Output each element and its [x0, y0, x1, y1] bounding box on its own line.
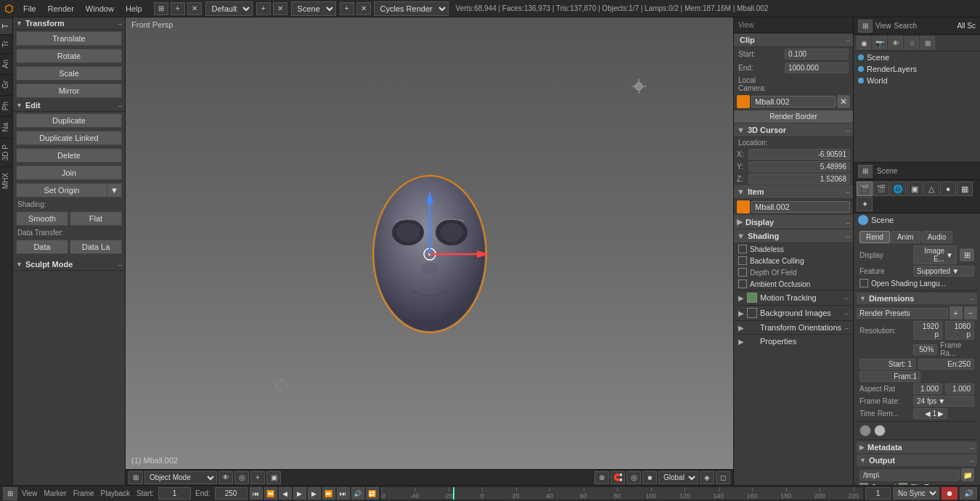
frame-current-value[interactable]: Fram:1 [859, 371, 920, 382]
outliner-scene-item[interactable]: Scene [854, 52, 980, 63]
xray-icon[interactable]: ◻ [716, 471, 730, 484]
vtab-gr[interactable]: Gr [0, 74, 12, 94]
overlay-icon[interactable]: ◈ [700, 471, 714, 484]
item-name-field[interactable]: Mball.002 [751, 201, 850, 213]
bs-frame-label[interactable]: Frame [71, 489, 97, 497]
shadeless-checkbox[interactable] [738, 245, 747, 253]
props-tab-mesh[interactable]: △ [923, 182, 939, 196]
screen-icon[interactable]: ⊞ [154, 2, 168, 15]
props-tab-world[interactable]: 🌐 [890, 182, 906, 196]
cursor-z-value[interactable]: 1.52068 [748, 174, 850, 184]
properties-type-icon[interactable]: ⊞ [858, 165, 873, 178]
translate-button[interactable]: Translate [16, 31, 122, 46]
scene-selector[interactable]: Scene [291, 1, 336, 16]
layout-add[interactable]: + [256, 2, 271, 15]
outliner-search-label[interactable]: Search [894, 22, 918, 30]
viewport[interactable]: Front Persp [126, 17, 733, 485]
sync-mode-select[interactable]: No Sync [893, 487, 939, 500]
sculpt-mode-header[interactable]: ▼ Sculpt Mode – [13, 258, 125, 271]
depth-of-field-checkbox[interactable] [738, 268, 747, 277]
render-presets-add[interactable]: + [950, 306, 963, 319]
render-tab-anim[interactable]: Anim [891, 231, 920, 243]
menu-render[interactable]: Render [42, 0, 80, 17]
play-button[interactable]: ▶ [293, 487, 306, 500]
vtab-tr[interactable]: Tr [0, 34, 12, 53]
frame-rate-value[interactable]: 24 fps ▼ [913, 396, 974, 407]
frame-start-value[interactable]: Start: 1 [859, 359, 915, 370]
viewport-add-icon[interactable]: + [250, 471, 265, 484]
set-origin-dropdown[interactable]: ▼ [107, 183, 122, 197]
layout-remove[interactable]: ✕ [273, 2, 287, 15]
vtab-t[interactable]: T [0, 17, 12, 34]
props-tab-object[interactable]: ▣ [907, 182, 923, 196]
display-value[interactable]: Image E... ▼ [913, 245, 957, 264]
outliner-world-item[interactable]: World [854, 75, 980, 86]
resolution-x-value[interactable]: 1920 p [913, 321, 942, 340]
outliner-type-icon[interactable]: ⊞ [858, 20, 873, 33]
next-keyframe-button[interactable]: ⏩ [322, 487, 335, 500]
props-tab-particles[interactable]: ✦ [857, 197, 873, 211]
outliner-renderlayers-item[interactable]: RenderLayers [854, 63, 980, 75]
next-frame-button[interactable]: ▶ [308, 487, 321, 500]
menu-help[interactable]: Help [120, 0, 148, 17]
data-la-button[interactable]: Data La [70, 240, 122, 254]
scale-button[interactable]: Scale [16, 66, 122, 81]
vtab-ph[interactable]: Ph [0, 95, 12, 116]
viewport-mode-select[interactable]: Object Mode [144, 471, 217, 484]
vtab-3dp[interactable]: 3D P [0, 138, 12, 166]
clip-start-value[interactable]: 0.100 [785, 49, 849, 60]
render-color-dark[interactable] [859, 425, 871, 436]
duplicate-linked-button[interactable]: Duplicate Linked [16, 131, 122, 145]
props-tab-scene[interactable]: 🎬 [873, 182, 889, 196]
motion-tracking-checkbox[interactable] [747, 293, 757, 303]
background-images-row[interactable]: ▶ Background Images – [734, 305, 853, 320]
cursor-x-value[interactable]: -6.90591 [748, 149, 850, 160]
loop-button[interactable]: 🔁 [366, 487, 379, 500]
timeline-strip[interactable]: -60 -40 -20 0 20 40 60 80 100 120 140 16… [381, 487, 863, 500]
screen-add[interactable]: + [171, 2, 185, 15]
output-path-field[interactable]: /tmp\ [859, 470, 960, 481]
prev-frame-button[interactable]: ◀ [279, 487, 292, 500]
viewport-shading-icon[interactable]: ■ [642, 471, 657, 484]
metadata-section-header[interactable]: ▶ Metadata – [857, 441, 977, 453]
rotate-button[interactable]: Rotate [16, 49, 122, 63]
props-tab-material[interactable]: ● [940, 182, 956, 196]
menu-file[interactable]: File [17, 0, 42, 17]
render-presets-remove[interactable]: − [964, 306, 977, 319]
vtab-mh[interactable]: MHX [0, 166, 12, 195]
screen-remove[interactable]: ✕ [187, 2, 202, 15]
proportional-icon[interactable]: ◎ [626, 471, 641, 484]
background-images-checkbox[interactable] [747, 308, 757, 318]
menu-window[interactable]: Window [80, 0, 120, 17]
frame-end-value[interactable]: En:250 [918, 359, 974, 370]
clip-section-header[interactable]: Clip – [734, 33, 853, 47]
aspect-y-value[interactable]: 1.000 [945, 383, 974, 394]
open-shading-checkbox[interactable] [859, 279, 868, 288]
output-browse-button[interactable]: 📁 [961, 468, 974, 481]
scene-remove[interactable]: ✕ [356, 2, 371, 15]
scene-add[interactable]: + [340, 2, 354, 15]
vtab-na[interactable]: Na [0, 116, 12, 138]
jump-start-button[interactable]: ⏮ [250, 487, 263, 500]
layout-selector[interactable]: Default [205, 1, 253, 16]
ambient-occlusion-checkbox[interactable] [738, 280, 747, 288]
transform-section-header[interactable]: ▼ Transform – [13, 17, 125, 30]
delete-button[interactable]: Delete [16, 148, 122, 163]
display-section-header[interactable]: ▶ Display – [734, 215, 853, 229]
prev-keyframe-button[interactable]: ⏪ [264, 487, 277, 500]
outliner-allsc-label[interactable]: All Sc [957, 22, 976, 30]
clip-end-value[interactable]: 1000.000 [785, 62, 849, 73]
resolution-percent-value[interactable]: 50% [913, 344, 937, 355]
camera-name-field[interactable]: Mball.002 [751, 96, 836, 107]
time-rem-value[interactable]: ◀ 1 ▶ [913, 408, 947, 419]
outliner-view-label[interactable]: View [875, 22, 891, 30]
mirror-button[interactable]: Mirror [16, 84, 122, 98]
smooth-button[interactable]: Smooth [16, 211, 68, 226]
shading-section-header[interactable]: ▼ Shading – [734, 229, 853, 243]
timeline-type-icon[interactable]: ⊞ [3, 487, 17, 500]
data-button[interactable]: Data [16, 240, 68, 254]
viewport-select-icon[interactable]: ◎ [234, 471, 249, 484]
set-origin-button[interactable]: Set Origin [16, 183, 107, 197]
resolution-y-value[interactable]: 1080 p [945, 321, 974, 340]
bs-view-label[interactable]: View [20, 489, 40, 497]
